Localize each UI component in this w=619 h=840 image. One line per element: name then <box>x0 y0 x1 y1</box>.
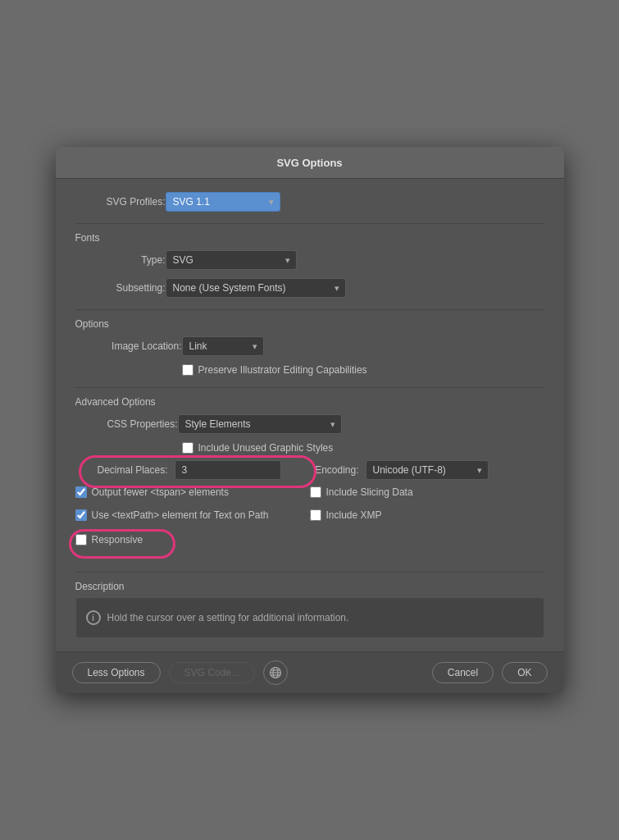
encoding-select-wrapper: Unicode (UTF-8) ISO-8859-1 UTF-16 <box>366 460 489 480</box>
responsive-checkbox[interactable] <box>75 534 87 546</box>
include-slicing-data-label: Include Slicing Data <box>326 486 413 498</box>
fonts-subsetting-row: Subsetting: None (Use System Fonts) Only… <box>92 278 544 298</box>
description-section-label: Description <box>75 581 544 592</box>
less-options-button[interactable]: Less Options <box>72 662 161 683</box>
output-fewer-tspan-checkbox[interactable] <box>75 486 87 498</box>
output-fewer-tspan-row: Output fewer <tspan> elements <box>75 486 310 498</box>
css-properties-label: CSS Properties: <box>92 418 178 430</box>
use-textpath-label: Use <textPath> element for Text on Path <box>92 509 269 521</box>
css-properties-row: CSS Properties: Style Elements Presentat… <box>92 414 544 434</box>
title-bar: SVG Options <box>56 147 564 179</box>
info-icon: i <box>86 610 101 625</box>
svg-profiles-select-wrapper: SVG 1.1 SVG 1.0 SVG Basic SVG Tiny <box>166 192 280 212</box>
fonts-subsetting-select[interactable]: None (Use System Fonts) Only Glyphs Used… <box>166 278 346 298</box>
description-section: Description i Hold the cursor over a set… <box>75 581 544 638</box>
include-slicing-data-checkbox[interactable] <box>310 486 321 498</box>
fonts-type-row: Type: SVG Convert to Outline None <box>92 250 544 270</box>
responsive-label: Responsive <box>92 534 143 546</box>
include-xmp-label: Include XMP <box>326 509 382 521</box>
include-unused-graphic-styles-label: Include Unused Graphic Styles <box>198 442 334 454</box>
include-xmp-checkbox[interactable] <box>310 509 321 521</box>
decimal-encoding-container: Decimal Places: Encoding: Unicode (UTF-8… <box>75 460 544 480</box>
fonts-type-select-wrapper: SVG Convert to Outline None <box>166 250 297 270</box>
decimal-encoding-row: Decimal Places: Encoding: Unicode (UTF-8… <box>75 460 544 480</box>
fonts-type-label: Type: <box>92 254 166 266</box>
encoding-select[interactable]: Unicode (UTF-8) ISO-8859-1 UTF-16 <box>366 460 489 480</box>
fonts-subsetting-select-wrapper: None (Use System Fonts) Only Glyphs Used… <box>166 278 346 298</box>
fonts-type-select[interactable]: SVG Convert to Outline None <box>166 250 297 270</box>
responsive-container: Responsive <box>75 534 143 552</box>
preserve-illustrator-checkbox[interactable] <box>182 364 193 376</box>
image-location-select-wrapper: Link Embed <box>182 336 264 356</box>
dialog-title: SVG Options <box>276 157 342 169</box>
include-xmp-row: Include XMP <box>310 509 544 521</box>
preserve-illustrator-label: Preserve Illustrator Editing Capabilitie… <box>198 364 367 376</box>
svg-profiles-label: SVG Profiles: <box>75 196 166 208</box>
ok-button[interactable]: OK <box>502 662 547 683</box>
fonts-section-label: Fonts <box>75 232 544 244</box>
decimal-places-label: Decimal Places: <box>82 464 168 476</box>
fonts-subsetting-label: Subsetting: <box>92 282 166 294</box>
svg-profiles-row: SVG Profiles: SVG 1.1 SVG 1.0 SVG Basic … <box>75 192 544 212</box>
include-unused-graphic-styles-checkbox[interactable] <box>182 442 193 454</box>
options-section-label: Options <box>75 318 544 330</box>
image-location-label: Image Location: <box>92 340 182 352</box>
include-unused-graphic-styles-row: Include Unused Graphic Styles <box>182 442 544 454</box>
dialog-footer: Less Options SVG Code... Cancel OK <box>56 651 564 693</box>
preserve-illustrator-row: Preserve Illustrator Editing Capabilitie… <box>182 364 544 376</box>
advanced-options-section-label: Advanced Options <box>75 396 544 408</box>
svg-profiles-select[interactable]: SVG 1.1 SVG 1.0 SVG Basic SVG Tiny <box>166 192 280 212</box>
encoding-label: Encoding: <box>298 464 359 476</box>
css-properties-select[interactable]: Style Elements Presentation Attributes S… <box>178 414 342 434</box>
use-textpath-checkbox[interactable] <box>75 509 87 521</box>
description-text: Hold the cursor over a setting for addit… <box>107 612 349 623</box>
checkboxes-grid: Output fewer <tspan> elements Include Sl… <box>75 486 544 527</box>
encoding-group: Encoding: Unicode (UTF-8) ISO-8859-1 UTF… <box>298 460 489 480</box>
cancel-button[interactable]: Cancel <box>432 662 494 683</box>
globe-icon <box>269 666 282 679</box>
svg-code-button[interactable]: SVG Code... <box>169 662 255 683</box>
output-fewer-tspan-label: Output fewer <tspan> elements <box>92 486 229 498</box>
use-textpath-row: Use <textPath> element for Text on Path <box>75 509 310 521</box>
globe-button[interactable] <box>263 660 288 685</box>
decimal-places-input[interactable] <box>175 460 281 480</box>
decimal-places-group: Decimal Places: <box>82 460 281 480</box>
image-location-row: Image Location: Link Embed <box>92 336 544 356</box>
css-properties-select-wrapper: Style Elements Presentation Attributes S… <box>178 414 342 434</box>
responsive-row: Responsive <box>75 534 143 546</box>
image-location-select[interactable]: Link Embed <box>182 336 264 356</box>
include-slicing-data-row: Include Slicing Data <box>310 486 544 498</box>
svg-options-dialog: SVG Options SVG Profiles: SVG 1.1 SVG 1.… <box>56 147 564 693</box>
description-box: i Hold the cursor over a setting for add… <box>75 597 544 638</box>
dialog-body: SVG Profiles: SVG 1.1 SVG 1.0 SVG Basic … <box>56 179 564 651</box>
